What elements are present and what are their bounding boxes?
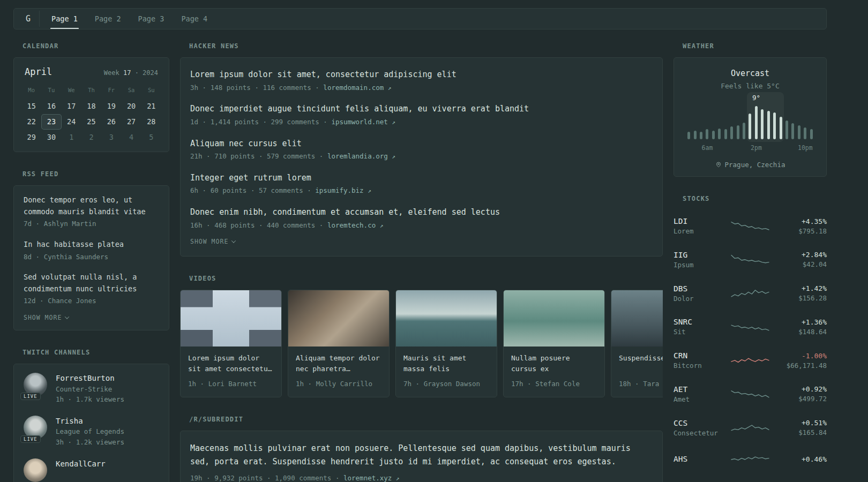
video-title[interactable]: Mauris sit amet massa felis [403, 353, 489, 375]
stock-price: $499.72 [776, 394, 827, 404]
hn-item-title[interactable]: Lorem ipsum dolor sit amet, consectetur … [190, 69, 653, 81]
video-body: Nullam posuere cursus ex 17h · Stefan Co… [504, 347, 604, 397]
stock-row[interactable]: AHS +0.46% [674, 445, 827, 474]
calendar-month: April [25, 66, 52, 77]
hn-item-title[interactable]: Donec enim nibh, condimentum et accumsan… [190, 206, 653, 219]
twitch-channel-name[interactable]: KendallCarr [56, 458, 106, 469]
rss-item: Donec tempor eros leo, ut commodo mauris… [24, 194, 159, 229]
hn-item-meta: 21h · 710 points · 579 comments · loreml… [190, 152, 653, 162]
hn-item-title[interactable]: Integer eget rutrum lorem [190, 172, 653, 184]
section-title-hackernews: HACKER NEWS [189, 42, 663, 50]
subreddit-post-domain[interactable]: loremnet.xyz ↗ [343, 474, 399, 482]
hn-item-title[interactable]: Aliquam nec cursus elit [190, 138, 653, 150]
video-thumbnail[interactable] [181, 290, 281, 347]
calendar-day: 4 [121, 130, 141, 145]
weather-bar [730, 126, 733, 139]
nav-tab-2[interactable]: Page 2 [94, 9, 122, 29]
video-title[interactable]: Nullam posuere cursus ex [511, 353, 597, 375]
twitch-channel-name[interactable]: Trisha [56, 416, 124, 426]
video-thumbnail[interactable] [288, 290, 389, 347]
video-thumbnail[interactable] [504, 290, 604, 347]
video-title[interactable]: Aliquam tempor dolor nec pharetra… [296, 353, 381, 375]
twitch-channel[interactable]: LIVE Trisha League of Legends 3h · 1.2k … [24, 416, 159, 448]
rss-item: In hac habitasse platea 8d · Cynthia Sau… [24, 239, 159, 262]
twitch-channel-game[interactable]: Counter-Strike [56, 385, 124, 395]
video-card[interactable]: Mauris sit amet massa felis 7h · Grayson… [395, 290, 497, 397]
stock-id: DBS Dolor [674, 284, 724, 304]
video-card[interactable]: Aliquam tempor dolor nec pharetra… 1h · … [288, 290, 390, 397]
nav-tab-4[interactable]: Page 4 [180, 9, 208, 29]
hn-list: Lorem ipsum dolor sit amet, consectetur … [190, 69, 653, 230]
location-pin-icon [715, 161, 722, 168]
stock-row[interactable]: DBS Dolor +1.42% $156.28 [674, 277, 827, 311]
twitch-card: LIVE ForrestBurton Counter-Strike 1h · 1… [13, 364, 169, 482]
hn-show-more-button[interactable]: SHOW MORE [190, 238, 235, 245]
hn-item-stats: 1d · 1,414 points · 299 comments [190, 118, 319, 126]
avatar [24, 458, 47, 482]
calendar-day: 19 [101, 99, 121, 114]
hn-item-domain[interactable]: loremlandia.org ↗ [327, 152, 395, 160]
video-thumbnail[interactable] [396, 290, 497, 347]
rss-item-meta: 8d · Cynthia Saunders [24, 252, 159, 262]
video-title[interactable]: Suspendisse diam [619, 353, 663, 375]
video-card[interactable]: Suspendisse diam 18h · Tara [611, 290, 663, 397]
hn-item-meta: 3h · 148 points · 116 comments · loremdo… [190, 83, 653, 93]
video-card[interactable]: Lorem ipsum dolor sit amet consectetu… 1… [180, 290, 282, 397]
nav-tab-1[interactable]: Page 1 [50, 9, 79, 29]
calendar-day: 26 [101, 114, 121, 130]
stock-values: -1.00% $66,171.48 [776, 352, 827, 371]
calendar-weekday: Tu [41, 84, 61, 99]
stock-change: +0.51% [776, 419, 827, 427]
hn-item-meta: 1d · 1,414 points · 299 comments · ipsum… [190, 117, 653, 127]
weather-bar [706, 129, 708, 139]
live-badge: LIVE [20, 435, 41, 443]
section-title-rss: RSS FEED [23, 170, 169, 178]
hn-item-domain[interactable]: ipsumify.biz ↗ [315, 186, 371, 194]
stock-row[interactable]: CCS Consectetur +0.51% $165.84 [674, 412, 827, 446]
stock-row[interactable]: IIG Ipsum +2.84% $42.04 [674, 244, 827, 277]
twitch-channel[interactable]: KendallCarr [24, 458, 159, 482]
external-link-icon: ↗ [388, 85, 392, 92]
hn-item-stats: 21h · 710 points · 579 comments [190, 152, 315, 160]
calendar-day: 2 [81, 130, 101, 145]
weather-bar [804, 127, 806, 139]
stock-symbol: SNRC [674, 318, 724, 326]
rss-show-more-button[interactable]: SHOW MORE [24, 314, 69, 321]
weather-time-label: 6am [702, 144, 713, 152]
calendar-day: 22 [21, 114, 41, 130]
nav-tabs: Page 1Page 2Page 3Page 4 [50, 9, 208, 29]
stock-values: +4.35% $795.18 [776, 217, 827, 237]
twitch-channel-game[interactable]: League of Legends [56, 427, 124, 437]
stocks-widget: STOCKS LDI Lorem +4.35% $795.18 IIG Ipsu… [674, 195, 827, 474]
hn-item: Donec enim nibh, condimentum et accumsan… [190, 206, 653, 230]
twitch-channel-name[interactable]: ForrestBurton [56, 373, 124, 383]
hackernews-widget: HACKER NEWS Lorem ipsum dolor sit amet, … [180, 42, 663, 257]
hn-item-domain[interactable]: loremtech.co ↗ [327, 221, 383, 229]
hn-item-title[interactable]: Donec imperdiet augue tincidunt felis al… [190, 103, 653, 115]
video-card[interactable]: Nullam posuere cursus ex 17h · Stefan Co… [503, 290, 605, 397]
stock-row[interactable]: AET Amet +0.92% $499.72 [674, 378, 827, 412]
hn-item-domain[interactable]: ipsumworld.net ↗ [331, 118, 395, 126]
rss-item-title[interactable]: In hac habitasse platea [24, 239, 159, 251]
twitch-channel[interactable]: LIVE ForrestBurton Counter-Strike 1h · 1… [24, 373, 159, 405]
subreddit-post-title[interactable]: Maecenas mollis pulvinar erat non posuer… [190, 443, 631, 466]
rss-item-title[interactable]: Sed volutpat nulla nisl, a condimentum n… [24, 272, 159, 295]
stock-sparkline [730, 219, 770, 234]
nav-tab-3[interactable]: Page 3 [137, 9, 166, 29]
video-meta: 1h · Lori Barnett [188, 379, 274, 389]
rss-list: Donec tempor eros leo, ut commodo mauris… [24, 194, 159, 306]
videos-row: Lorem ipsum dolor sit amet consectetu… 1… [180, 290, 663, 397]
video-title[interactable]: Lorem ipsum dolor sit amet consectetu… [188, 353, 274, 375]
stock-row[interactable]: LDI Lorem +4.35% $795.18 [674, 210, 827, 244]
hn-item-stats: 3h · 148 points · 116 comments [190, 84, 311, 92]
hn-item-domain[interactable]: loremdomain.com ↗ [323, 84, 391, 92]
stock-price: $66,171.48 [776, 361, 827, 371]
stock-row[interactable]: CRN Bitcorn -1.00% $66,171.48 [674, 344, 827, 378]
weather-bar-cell [723, 106, 729, 139]
logo[interactable]: G [23, 11, 40, 27]
video-thumbnail[interactable] [611, 290, 663, 347]
stock-id: IIG Ipsum [674, 251, 724, 270]
rss-item-title[interactable]: Donec tempor eros leo, ut commodo mauris… [24, 194, 159, 217]
calendar-widget: CALENDAR April Week 17 · 2024 MoTuWeThFr… [13, 42, 169, 152]
stock-row[interactable]: SNRC Sit +1.36% $148.64 [674, 311, 827, 344]
